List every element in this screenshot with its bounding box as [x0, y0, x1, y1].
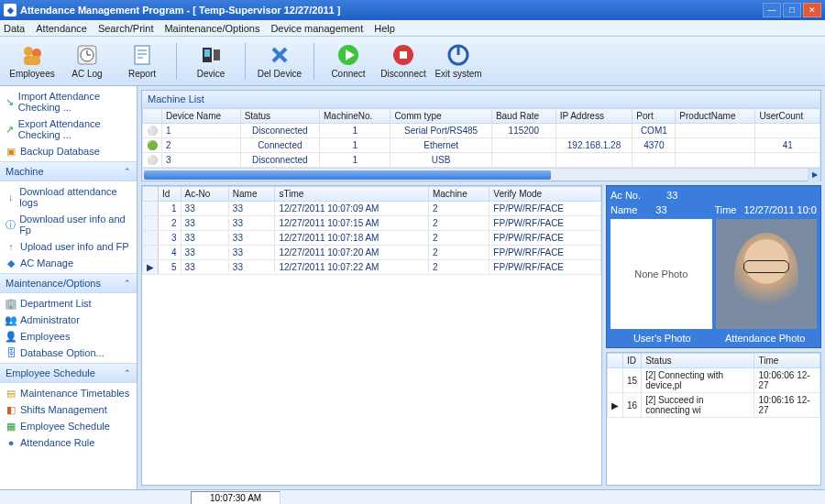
- sidebar-item[interactable]: 👤Employees: [0, 328, 137, 345]
- sidebar-icon: 🗄: [6, 347, 16, 358]
- sidebar-item[interactable]: 🏢Department List: [0, 295, 137, 312]
- sidebar-item[interactable]: ◆AC Manage: [0, 255, 137, 271]
- row-indicator: [608, 368, 623, 393]
- info-card: Ac No. 33 Name 33 Time 12/27/2011 10:0 N…: [606, 185, 821, 348]
- menu-device[interactable]: Device management: [270, 23, 363, 34]
- row-indicator: [143, 231, 159, 246]
- panel-title: Maintenance/Options: [6, 278, 101, 289]
- column-header[interactable]: Baud Rate: [491, 109, 556, 124]
- sidebar-item[interactable]: ↘Import Attendance Checking ...: [0, 88, 137, 115]
- column-header[interactable]: sTime: [275, 187, 428, 202]
- sidebar-icon: 👥: [6, 314, 16, 325]
- table-row[interactable]: 15[2] Connecting with device,pl10:06:06 …: [608, 368, 820, 393]
- sidebar-item[interactable]: ▣Backup Database: [0, 143, 137, 159]
- column-header[interactable]: Time: [754, 354, 820, 368]
- column-header[interactable]: Status: [642, 354, 754, 368]
- sidebar-item[interactable]: ▦Employee Schedule: [0, 418, 137, 434]
- titlebar: ◆ Attendance Management Program - [ Temp…: [0, 0, 825, 20]
- statusbar-time: 10:07:30 AM: [191, 491, 280, 504]
- column-header[interactable]: Verify Mode: [490, 187, 601, 202]
- toolbar-connect[interactable]: Connect: [322, 39, 375, 83]
- sidebar-item[interactable]: ●Attendance Rule: [0, 434, 137, 451]
- menu-attendance[interactable]: Attendance: [36, 23, 87, 34]
- status-log-grid[interactable]: IDStatusTime 15[2] Connecting with devic…: [607, 353, 820, 418]
- table-row[interactable]: ⚪1Disconnected1Serial Port/RS485115200CO…: [143, 124, 820, 138]
- toolbar-disconnect[interactable]: Disconnect: [377, 39, 430, 83]
- svg-rect-7: [135, 46, 149, 64]
- sidebar-icon: ↘: [6, 96, 15, 107]
- column-header[interactable]: ProductName: [676, 109, 755, 124]
- sidebar-item[interactable]: 👥Administrator: [0, 312, 137, 328]
- toolbar-device[interactable]: Device: [184, 39, 237, 83]
- clock-icon: [75, 43, 99, 67]
- table-row[interactable]: 1333312/27/2011 10:07:09 AM2FP/PW/RF/FAC…: [143, 202, 601, 216]
- column-header[interactable]: Device Name: [162, 109, 241, 124]
- sidebar-item-label: Shifts Management: [20, 404, 107, 415]
- table-row[interactable]: 4333312/27/2011 10:07:20 AM2FP/PW/RF/FAC…: [143, 246, 601, 260]
- column-header[interactable]: ID: [623, 354, 642, 368]
- toolbar-employees[interactable]: Employees: [6, 39, 59, 83]
- column-header[interactable]: IP Address: [556, 109, 632, 124]
- sidebar-item[interactable]: ↓Download attendance logs: [0, 183, 137, 211]
- minimize-button[interactable]: —: [763, 3, 781, 17]
- sidebar-panel-header[interactable]: Machine⌃: [0, 161, 137, 181]
- machine-list-scrollbar[interactable]: ▶: [142, 168, 820, 181]
- table-row[interactable]: ⚪3Disconnected1USB: [143, 153, 820, 168]
- column-header[interactable]: Port: [632, 109, 676, 124]
- sidebar-item[interactable]: ↗Export Attendance Checking ...: [0, 115, 137, 143]
- ac-no-label: Ac No.: [610, 190, 641, 201]
- row-indicator: [143, 246, 159, 260]
- table-row[interactable]: ▶16[2] Succeed in connecting wi10:06:16 …: [608, 393, 820, 418]
- table-row[interactable]: 2333312/27/2011 10:07:15 AM2FP/PW/RF/FAC…: [143, 216, 601, 231]
- menu-maintenance[interactable]: Maintenance/Options: [164, 23, 259, 34]
- toolbar-aclog[interactable]: AC Log: [60, 39, 114, 83]
- menu-data[interactable]: Data: [4, 23, 25, 34]
- menu-help[interactable]: Help: [374, 23, 395, 34]
- column-header[interactable]: Machine: [428, 187, 489, 202]
- toolbar-deldevice[interactable]: Del Device: [253, 39, 306, 83]
- toolbar-exit[interactable]: Exit system: [432, 39, 485, 83]
- svg-rect-19: [400, 51, 407, 59]
- app-icon: ◆: [4, 4, 16, 16]
- sidebar-icon: 🏢: [6, 298, 16, 309]
- sidebar-icon: ⓘ: [6, 219, 16, 230]
- column-header[interactable]: Status: [240, 109, 319, 124]
- sidebar-item[interactable]: 🗄Database Option...: [0, 345, 137, 361]
- sidebar-icon: 👤: [6, 331, 16, 342]
- sidebar-panel-header[interactable]: Maintenance/Options⌃: [0, 273, 137, 293]
- statusbar: 10:07:30 AM: [0, 489, 825, 504]
- table-row[interactable]: ▶5333312/27/2011 10:07:22 AM2FP/PW/RF/FA…: [143, 260, 601, 275]
- sidebar-item[interactable]: ↑Upload user info and FP: [0, 238, 137, 255]
- log-pane: IdAc-NoNamesTimeMachineVerify Mode 13333…: [141, 185, 602, 486]
- machine-list-grid[interactable]: Device NameStatusMachineNo.Comm typeBaud…: [142, 108, 820, 168]
- sidebar-icon: ◧: [6, 404, 16, 415]
- log-grid[interactable]: IdAc-NoNamesTimeMachineVerify Mode 13333…: [142, 186, 601, 275]
- sidebar-panel-header[interactable]: Employee Schedule⌃: [0, 363, 137, 383]
- toolbar-report[interactable]: Report: [116, 39, 169, 83]
- column-header[interactable]: Name: [228, 187, 275, 202]
- sidebar-icon: ▤: [6, 388, 16, 399]
- column-header[interactable]: Ac-No: [181, 187, 228, 202]
- table-row[interactable]: 🟢2Connected1Ethernet192.168.1.28437041: [143, 138, 820, 153]
- name-value: 33: [655, 204, 666, 215]
- delete-icon: [268, 43, 292, 67]
- ac-no-value: 33: [666, 190, 677, 201]
- column-header[interactable]: Comm type: [390, 109, 492, 124]
- sidebar-item[interactable]: ⓘDownload user info and Fp: [0, 211, 137, 238]
- play-icon: [336, 43, 360, 67]
- maximize-button[interactable]: □: [783, 3, 801, 17]
- row-indicator: [143, 216, 159, 231]
- menu-search[interactable]: Search/Print: [98, 23, 154, 34]
- close-button[interactable]: ✕: [803, 3, 821, 17]
- sidebar-icon: ↗: [6, 124, 15, 135]
- table-row[interactable]: 3333312/27/2011 10:07:18 AM2FP/PW/RF/FAC…: [143, 231, 601, 246]
- column-header[interactable]: UserCount: [755, 109, 820, 124]
- machine-list-title: Machine List: [142, 91, 820, 108]
- sidebar-item[interactable]: ▤Maintenance Timetables: [0, 385, 137, 401]
- employees-icon: [20, 43, 44, 67]
- attendance-photo-label: Attendance Photo: [714, 333, 818, 344]
- status-log: IDStatusTime 15[2] Connecting with devic…: [606, 352, 821, 486]
- column-header[interactable]: MachineNo.: [320, 109, 390, 124]
- column-header[interactable]: Id: [159, 187, 182, 202]
- sidebar-item[interactable]: ◧Shifts Management: [0, 401, 137, 418]
